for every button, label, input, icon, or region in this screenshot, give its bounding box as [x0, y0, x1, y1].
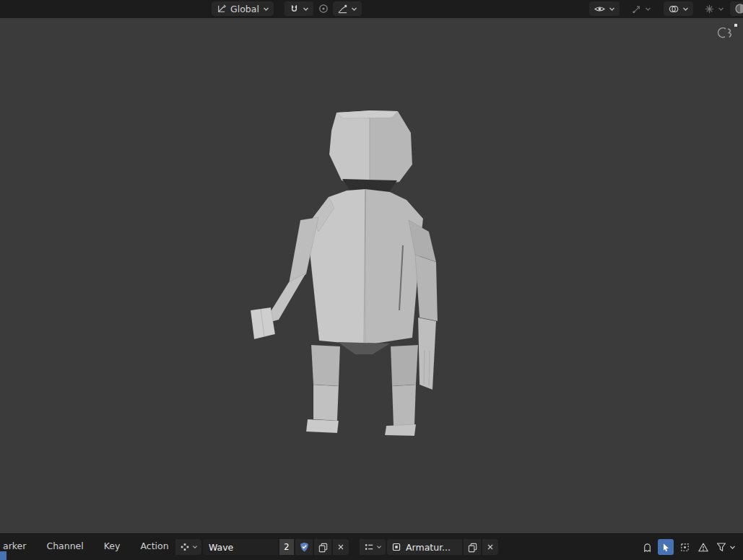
- dopesheet-filter-toggles: [639, 539, 737, 555]
- show-hidden-toggle[interactable]: [639, 539, 655, 555]
- unlink-action-button[interactable]: [333, 539, 349, 555]
- action-users-count[interactable]: 2: [279, 539, 294, 555]
- toggle-xray-button[interactable]: [702, 1, 726, 16]
- warning-icon: [698, 542, 709, 553]
- action-name-field[interactable]: Wave: [203, 539, 278, 555]
- filter-dropdown[interactable]: [714, 541, 737, 553]
- dopesheet-menubar: arker Channel Key Action: [1, 541, 170, 551]
- move-gizmo-icon: [631, 4, 642, 14]
- proportional-editing-icon: [318, 3, 329, 14]
- slot-name-label: Armatur...: [406, 542, 451, 553]
- copy-icon: [467, 542, 478, 553]
- close-icon: [486, 543, 495, 551]
- falloff-curve-icon: [337, 4, 348, 14]
- proportional-editing-toggle[interactable]: [316, 1, 331, 16]
- show-gizmos-icon: [594, 4, 606, 14]
- orientation-label: Global: [230, 4, 259, 14]
- channels-icon: [364, 542, 374, 552]
- transform-gizmo-dropdown[interactable]: [629, 1, 653, 16]
- menu-channel[interactable]: Channel: [45, 541, 84, 551]
- 3d-viewport[interactable]: [0, 18, 743, 533]
- editor-corner-widget[interactable]: [717, 23, 739, 43]
- duplicate-action-button[interactable]: [314, 539, 331, 555]
- slot-name-field[interactable]: Armatur...: [387, 539, 462, 555]
- unlink-slot-button[interactable]: [482, 539, 498, 555]
- only-selected-toggle[interactable]: [658, 539, 674, 555]
- orientation-icon: [216, 4, 227, 14]
- slot-icon: [391, 542, 401, 552]
- shading-mode-button[interactable]: [730, 1, 743, 16]
- chevron-down-icon: [192, 545, 198, 549]
- chevron-down-icon: [376, 545, 382, 549]
- shading-sphere-icon: [734, 3, 743, 14]
- copy-icon: [318, 542, 329, 553]
- menu-action[interactable]: Action: [139, 541, 170, 551]
- viewport-header: Global: [0, 0, 743, 18]
- character-model[interactable]: [0, 18, 743, 533]
- magnet-icon: [289, 4, 300, 14]
- ghost-icon: [642, 542, 653, 553]
- funnel-icon: [716, 541, 727, 553]
- current-frame-indicator[interactable]: [0, 551, 6, 560]
- xray-icon: [704, 4, 715, 14]
- snapping-dropdown[interactable]: [284, 1, 313, 16]
- falloff-dropdown[interactable]: [333, 1, 362, 16]
- slot-browse-dropdown[interactable]: [360, 539, 386, 555]
- chevron-down-icon: [645, 6, 651, 12]
- action-icon: [180, 542, 190, 552]
- frame-channels-toggle[interactable]: [677, 539, 692, 555]
- duplicate-slot-button[interactable]: [464, 539, 481, 555]
- dopesheet-header: arker Channel Key Action: [0, 533, 743, 560]
- slot-id-selector: Armatur...: [360, 539, 498, 555]
- action-browse-dropdown[interactable]: [175, 539, 201, 555]
- chevron-down-icon: [682, 6, 689, 12]
- blender-window: Global: [0, 0, 743, 560]
- close-icon: [336, 543, 345, 551]
- menu-marker[interactable]: arker: [1, 541, 27, 551]
- menu-key[interactable]: Key: [103, 541, 122, 551]
- show-overlays-dropdown[interactable]: [664, 1, 693, 16]
- chevron-down-icon: [303, 6, 309, 12]
- transform-orientation-dropdown[interactable]: Global: [212, 1, 274, 16]
- chevron-down-icon: [609, 6, 615, 12]
- chevron-down-icon: [351, 6, 357, 12]
- show-gizmos-dropdown[interactable]: [589, 1, 620, 16]
- overlays-icon: [668, 4, 679, 14]
- cursor-arrow-icon: [661, 542, 671, 552]
- show-errors-toggle[interactable]: [695, 539, 711, 555]
- action-id-selector: Wave 2: [175, 539, 349, 555]
- chevron-down-icon: [729, 545, 736, 550]
- fake-user-toggle[interactable]: [295, 539, 313, 555]
- shield-icon: [299, 541, 310, 553]
- chevron-down-icon: [263, 6, 269, 12]
- dashed-box-icon: [679, 542, 690, 553]
- chevron-down-icon: [718, 6, 724, 12]
